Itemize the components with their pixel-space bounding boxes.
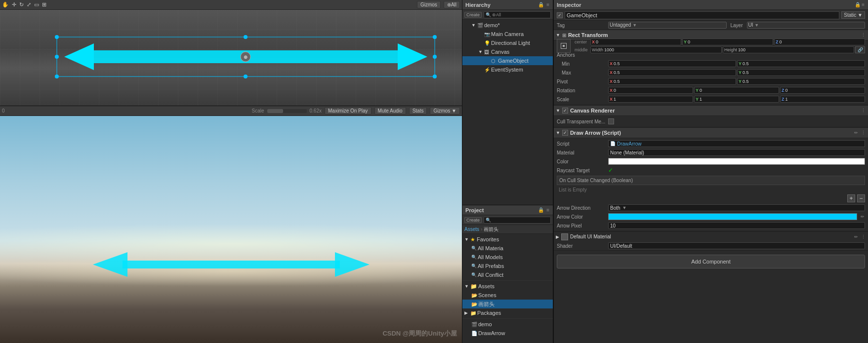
material-value[interactable]: None (Material) — [608, 149, 865, 156]
material-label: Material — [557, 150, 606, 155]
scene-tool-scale[interactable]: ⤢ — [27, 1, 31, 8]
project-lock-icon[interactable]: 🔒 — [537, 207, 544, 213]
light-icon: 💡 — [484, 40, 491, 46]
arrow-color-eyedropper[interactable]: ✏ — [860, 214, 865, 220]
scene-tool-rotate[interactable]: ↻ — [19, 1, 24, 8]
svg-marker-11 — [64, 43, 94, 70]
draw-arrow-header[interactable]: ▼ ✓ Draw Arrow (Script) ✏ ⋮ — [554, 127, 868, 138]
project-panel: Project 🔒 ≡ Create 🔍 Assets › 画箭头 ▼ ★ Fa… — [462, 205, 553, 343]
color-row: Color — [554, 157, 868, 166]
gizmos-button[interactable]: Gizmos — [417, 1, 441, 8]
anchor-preset-button[interactable] — [557, 39, 571, 53]
layer-select[interactable]: UI ▼ — [747, 22, 866, 29]
add-item-button[interactable]: + — [847, 194, 855, 202]
maximize-on-play-button[interactable]: Maximize On Play — [325, 107, 372, 114]
arrow-color-swatch[interactable] — [608, 213, 857, 220]
game-toolbar: 0 Scale 0.62x Maximize On Play Mute Audi… — [0, 106, 462, 116]
static-badge[interactable]: Static ▼ — [841, 11, 865, 19]
breadcrumb-folder[interactable]: 画箭头 — [484, 226, 498, 233]
hierarchy-menu-icon[interactable]: ≡ — [546, 1, 550, 8]
da-checkbox[interactable]: ✓ — [562, 130, 568, 136]
da-context-icon[interactable]: ⋮ — [861, 130, 866, 136]
scene-tool-move[interactable]: ✛ — [12, 1, 16, 8]
project-search[interactable]: 🔍 — [484, 217, 551, 224]
dm-edit-icon[interactable]: ✏ — [854, 234, 859, 240]
cr-context-icon[interactable]: ⋮ — [861, 108, 866, 114]
game-gizmos-button[interactable]: Gizmos ▼ — [430, 107, 460, 114]
huajiantou-label: 画箭头 — [478, 301, 495, 308]
script-ref[interactable]: 📄 DrawArrow — [608, 140, 865, 147]
gameobject-name-input[interactable] — [565, 11, 839, 19]
pivot-row: Pivot X0.5 Y0.5 — [554, 77, 868, 86]
hierarchy-item-main-camera[interactable]: 📷 Main Camera — [462, 30, 553, 38]
project-all-conflict[interactable]: 🔍 All Conflict — [462, 270, 553, 279]
gameobject-icon: ⬡ — [491, 58, 498, 64]
project-all-prefabs[interactable]: 🔍 All Prefabs — [462, 262, 553, 270]
all-materials-label: All Materia — [478, 245, 503, 251]
hierarchy-item-eventsystem[interactable]: ⚡ EventSystem — [462, 65, 553, 74]
pos-z-value: 0 — [780, 39, 782, 44]
project-create-button[interactable]: Create — [464, 217, 482, 223]
on-cull-box: On Cull State Changed (Boolean) — [557, 176, 865, 185]
project-huajiantou[interactable]: 📂 画箭头 — [462, 300, 553, 308]
da-expand-arrow: ▼ — [556, 130, 560, 135]
svg-point-3 — [433, 35, 437, 39]
hierarchy-lock-icon[interactable]: 🔒 — [537, 1, 544, 8]
rt-context-icon[interactable]: ⋮ — [861, 32, 866, 38]
center-label: center — [575, 39, 589, 44]
create-button[interactable]: Create — [464, 12, 482, 18]
project-assets-header[interactable]: ▼ 📁 Assets — [462, 282, 553, 291]
scene-tool-rect[interactable]: ▭ — [34, 1, 39, 8]
dm-context-icon[interactable]: ⋮ — [861, 234, 866, 240]
inspector-header: Inspector 🔒 ≡ — [554, 0, 868, 10]
project-scenes[interactable]: 📂 Scenes — [462, 291, 553, 300]
project-all-materials[interactable]: 🔍 All Materia — [462, 244, 553, 253]
arrow-direction-select[interactable]: Both ▼ — [608, 204, 865, 211]
inspector-lock-icon[interactable]: 🔒 — [854, 1, 861, 8]
arrow-pixel-value[interactable]: 10 — [608, 222, 865, 229]
project-menu-icon[interactable]: ≡ — [546, 207, 550, 213]
raycast-checkbox[interactable]: ✓ — [608, 167, 613, 174]
mute-audio-button[interactable]: Mute Audio — [374, 107, 406, 114]
hierarchy-item-canvas[interactable]: ▼ 🖼 Canvas — [462, 47, 553, 56]
da-edit-icon[interactable]: ✏ — [854, 130, 859, 136]
breadcrumb-separator: › — [481, 227, 482, 232]
canvas-renderer-body: Cull Transparent Me... — [554, 116, 868, 127]
project-header: Project 🔒 ≡ — [462, 205, 553, 215]
hierarchy-item-directional-light[interactable]: 💡 Directional Light — [462, 38, 553, 47]
assets-breadcrumb-label[interactable]: Assets — [464, 227, 479, 232]
hierarchy-search[interactable]: 🔍 ⊕All — [484, 11, 551, 18]
demo-asset-icon: 🎬 — [471, 322, 477, 327]
go-active-checkbox[interactable]: ✓ — [557, 12, 563, 18]
project-packages[interactable]: ▶ 📁 Packages — [462, 308, 553, 317]
svg-rect-15 — [123, 261, 340, 268]
stats-button[interactable]: Stats — [409, 107, 427, 114]
hierarchy-item-gameobject[interactable]: ⬡ GameObject — [462, 56, 553, 65]
scene-tool-transform[interactable]: ⊞ — [42, 1, 46, 8]
cr-checkbox[interactable]: ✓ — [562, 108, 568, 114]
tag-select[interactable]: Untagged ▼ — [608, 22, 727, 29]
default-mat-header[interactable]: ▶ Default UI Material ✏ ⋮ — [554, 231, 868, 241]
inspector-menu-icon[interactable]: ≡ — [861, 1, 865, 8]
hierarchy-item-demo[interactable]: ▼ 🎬 demo* — [462, 21, 553, 30]
arrow-color-row: Arrow Color ✏ — [554, 212, 868, 221]
cull-checkbox[interactable] — [608, 118, 614, 124]
color-swatch[interactable] — [608, 158, 865, 165]
remove-item-button[interactable]: − — [857, 194, 865, 202]
anchors-label: Anchors — [557, 52, 606, 58]
min-x: 0.5 — [614, 61, 620, 66]
project-all-models[interactable]: 🔍 All Models — [462, 253, 553, 262]
canvas-renderer-header[interactable]: ▼ ✓ Canvas Renderer ⋮ — [554, 105, 868, 116]
all-button[interactable]: ⊕All — [444, 1, 460, 8]
svg-marker-12 — [398, 43, 427, 70]
rot-y: 0 — [700, 88, 702, 93]
add-component-button[interactable]: Add Component — [557, 255, 865, 268]
demo-asset-label: demo — [478, 321, 492, 327]
project-demo-asset[interactable]: 🎬 demo — [462, 320, 553, 329]
project-favorites-header[interactable]: ▼ ★ Favorites — [462, 235, 553, 244]
constrain-ratio-button[interactable]: 🔗 — [855, 46, 865, 53]
shader-value[interactable]: UI/Default — [608, 242, 865, 249]
layer-label: Layer — [731, 23, 743, 28]
project-draw-arrow-asset[interactable]: 📄 DrawArrow — [462, 329, 553, 338]
scene-tool-hand[interactable]: ✋ — [2, 1, 9, 8]
